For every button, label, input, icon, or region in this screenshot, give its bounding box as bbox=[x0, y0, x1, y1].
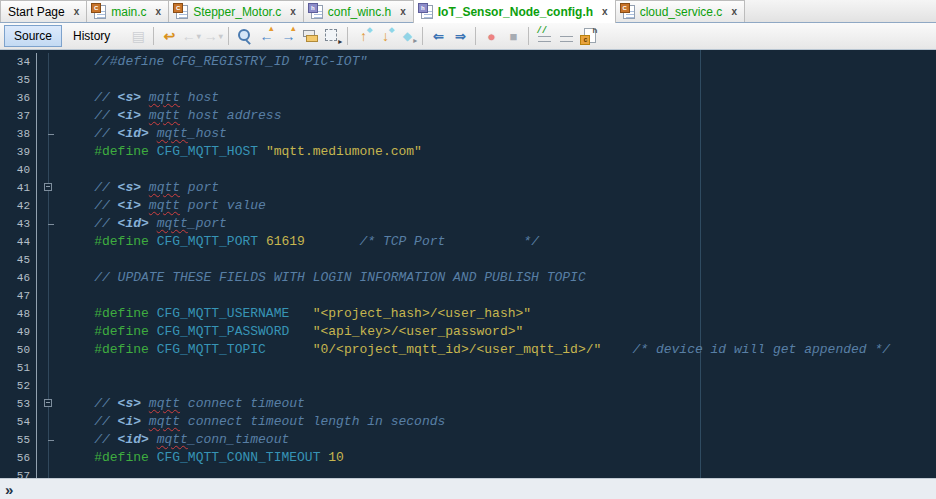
fold-end-marker[interactable] bbox=[37, 125, 63, 143]
code-line-52[interactable]: 52 bbox=[0, 377, 936, 395]
line-number[interactable]: 56 bbox=[0, 449, 36, 467]
file-type-badge: C bbox=[620, 3, 630, 13]
fold-end-marker[interactable] bbox=[37, 431, 63, 449]
code-area[interactable]: 34 //#define CFG_REGISTRY_ID "PIC-IOT"35… bbox=[0, 50, 936, 478]
source-view-button[interactable]: Source bbox=[4, 25, 62, 47]
code-line-54[interactable]: 54 // <i> mqtt connect timeout length in… bbox=[0, 413, 936, 431]
code-line-45[interactable]: 45 bbox=[0, 251, 936, 269]
code-line-36[interactable]: 36 // <s> mqtt host bbox=[0, 89, 936, 107]
glyph: ● bbox=[487, 29, 495, 44]
previous-bookmark-icon[interactable]: ↑◆ bbox=[353, 26, 373, 46]
breadcrumb-expand-icon[interactable]: » bbox=[5, 482, 12, 497]
tab-start-page[interactable]: Start Pagex bbox=[0, 0, 87, 22]
line-number[interactable]: 36 bbox=[0, 89, 36, 107]
shift-line-right-icon[interactable]: ⇒ bbox=[450, 26, 470, 46]
line-number[interactable]: 52 bbox=[0, 377, 36, 395]
next-bookmark-icon[interactable]: ↓◆ bbox=[375, 26, 395, 46]
code-line-47[interactable]: 47 bbox=[0, 287, 936, 305]
fold-column bbox=[37, 323, 63, 341]
tab-conf-winc-h[interactable]: hconf_winc.hx bbox=[303, 0, 414, 22]
fold-start-marker[interactable] bbox=[37, 395, 63, 413]
line-number[interactable]: 40 bbox=[0, 161, 36, 179]
code-line-42[interactable]: 42 // <i> mqtt port value bbox=[0, 197, 936, 215]
code-line-56[interactable]: 56 #define CFG_MQTT_CONN_TIMEOUT 10 bbox=[0, 449, 936, 467]
fold-column bbox=[37, 53, 63, 71]
code-line-57[interactable]: 57 bbox=[0, 467, 936, 478]
line-number[interactable]: 49 bbox=[0, 323, 36, 341]
tab-main-c[interactable]: Cmain.cx bbox=[86, 0, 169, 22]
line-number[interactable]: 46 bbox=[0, 269, 36, 287]
history-view-button[interactable]: History bbox=[63, 25, 120, 47]
close-icon[interactable]: x bbox=[156, 7, 162, 17]
fold-column bbox=[37, 89, 63, 107]
accent-glyph: ▴ bbox=[291, 24, 295, 33]
find-selection-icon[interactable] bbox=[234, 26, 254, 46]
toggle-highlight-search-icon[interactable] bbox=[300, 26, 320, 46]
line-number[interactable]: 34 bbox=[0, 53, 36, 71]
code-line-51[interactable]: 51 bbox=[0, 359, 936, 377]
line-number[interactable]: 38 bbox=[0, 125, 36, 143]
line-number[interactable]: 47 bbox=[0, 287, 36, 305]
code-line-37[interactable]: 37 // <i> mqtt host address bbox=[0, 107, 936, 125]
comment-icon[interactable]: // bbox=[534, 26, 554, 46]
line-number[interactable]: 55 bbox=[0, 431, 36, 449]
line-number[interactable]: 50 bbox=[0, 341, 36, 359]
line-number[interactable]: 37 bbox=[0, 107, 36, 125]
line-number[interactable]: 51 bbox=[0, 359, 36, 377]
line-number[interactable]: 42 bbox=[0, 197, 36, 215]
shift-line-left-icon[interactable]: ⇐ bbox=[428, 26, 448, 46]
stop-macro-recording-icon[interactable]: ■ bbox=[503, 26, 523, 46]
jump-last-edit-icon[interactable]: ↩ bbox=[159, 26, 179, 46]
accent-glyph: ▾ bbox=[219, 32, 223, 41]
line-number[interactable]: 35 bbox=[0, 71, 36, 89]
toggle-bookmark-icon[interactable]: ◆▸ bbox=[397, 26, 417, 46]
code-line-48[interactable]: 48 #define CFG_MQTT_USERNAME "<project_h… bbox=[0, 305, 936, 323]
file-type-badge: h bbox=[308, 3, 318, 13]
fold-start-marker[interactable] bbox=[37, 179, 63, 197]
toggle-header-source-icon[interactable]: ch bbox=[578, 26, 598, 46]
code-editor[interactable]: 34 //#define CFG_REGISTRY_ID "PIC-IOT"35… bbox=[0, 50, 936, 478]
code-line-46[interactable]: 46 // UPDATE THESE FIELDS WITH LOGIN INF… bbox=[0, 269, 936, 287]
rectangular-selection-icon[interactable]: ▸ bbox=[322, 26, 342, 46]
code-line-39[interactable]: 39 #define CFG_MQTT_HOST "mqtt.mediumone… bbox=[0, 143, 936, 161]
glyph: ↩ bbox=[164, 28, 176, 44]
close-icon[interactable]: x bbox=[400, 7, 406, 17]
line-number[interactable]: 45 bbox=[0, 251, 36, 269]
tab-cloud-service-c[interactable]: Ccloud_service.cx bbox=[615, 0, 745, 22]
c-file-icon: C bbox=[176, 5, 188, 19]
line-number[interactable]: 44 bbox=[0, 233, 36, 251]
glyph: c bbox=[580, 35, 590, 45]
start-macro-recording-icon[interactable]: ● bbox=[481, 26, 501, 46]
close-icon[interactable]: x bbox=[731, 7, 737, 17]
fold-column bbox=[37, 143, 63, 161]
fold-end-marker[interactable] bbox=[37, 215, 63, 233]
code-line-44[interactable]: 44 #define CFG_MQTT_PORT 61619 /* TCP Po… bbox=[0, 233, 936, 251]
code-line-38[interactable]: 38 // <id> mqtt_host bbox=[0, 125, 936, 143]
find-next-occurrence-icon[interactable]: →▴ bbox=[278, 26, 298, 46]
code-line-43[interactable]: 43 // <id> mqtt_port bbox=[0, 215, 936, 233]
line-number[interactable]: 48 bbox=[0, 305, 36, 323]
code-line-50[interactable]: 50 #define CFG_MQTT_TOPIC "0/<project_mq… bbox=[0, 341, 936, 359]
editor-breadcrumb-bar: » bbox=[0, 478, 936, 499]
code-line-40[interactable]: 40 bbox=[0, 161, 936, 179]
line-number[interactable]: 53 bbox=[0, 395, 36, 413]
line-number[interactable]: 54 bbox=[0, 413, 36, 431]
fold-column bbox=[37, 341, 63, 359]
tab-iot-sensor-node-config-h[interactable]: hIoT_Sensor_Node_config.hx bbox=[413, 0, 616, 23]
line-number[interactable]: 41 bbox=[0, 179, 36, 197]
line-number[interactable]: 39 bbox=[0, 143, 36, 161]
tab-stepper-motor-c[interactable]: CStepper_Motor.cx bbox=[168, 0, 304, 22]
code-line-53[interactable]: 53 // <s> mqtt connect timeout bbox=[0, 395, 936, 413]
uncomment-icon[interactable] bbox=[556, 26, 576, 46]
close-icon[interactable]: x bbox=[602, 7, 608, 17]
code-line-49[interactable]: 49 #define CFG_MQTT_PASSWORD "<api_key>/… bbox=[0, 323, 936, 341]
close-icon[interactable]: x bbox=[74, 7, 80, 17]
line-number[interactable]: 57 bbox=[0, 467, 36, 478]
code-line-34[interactable]: 34 //#define CFG_REGISTRY_ID "PIC-IOT" bbox=[0, 53, 936, 71]
find-previous-occurrence-icon[interactable]: ←▴ bbox=[256, 26, 276, 46]
code-line-35[interactable]: 35 bbox=[0, 71, 936, 89]
code-line-41[interactable]: 41 // <s> mqtt port bbox=[0, 179, 936, 197]
code-line-55[interactable]: 55 // <id> mqtt_conn_timeout bbox=[0, 431, 936, 449]
line-number[interactable]: 43 bbox=[0, 215, 36, 233]
close-icon[interactable]: x bbox=[290, 7, 296, 17]
